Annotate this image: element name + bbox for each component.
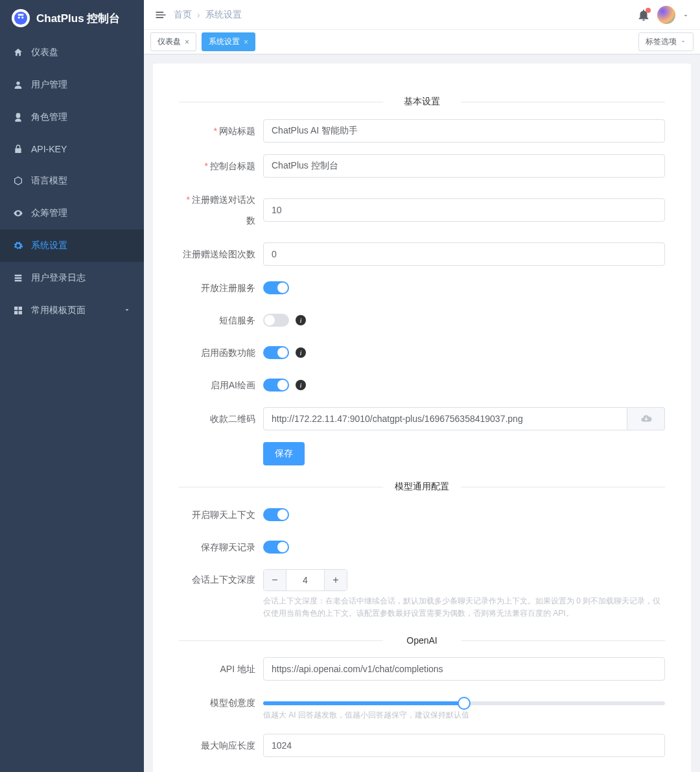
label-enable-func: 启用函数功能 [179,342,263,363]
openai-temperature-slider[interactable] [263,701,665,705]
hamburger-icon[interactable] [154,8,167,21]
sidebar-item-label: 用户登录日志 [31,272,86,284]
console-title-input[interactable] [263,154,665,178]
brand: ChatPlus 控制台 [0,0,144,36]
brand-logo-icon [12,9,30,27]
gear-icon [13,240,23,251]
cloud-upload-icon [640,413,652,425]
log-icon [13,273,23,283]
svg-point-1 [18,16,20,18]
breadcrumb: 首页 › 系统设置 [174,9,242,21]
tab-dashboard[interactable]: 仪表盘 × [150,32,196,51]
sidebar-menu: 仪表盘 用户管理 角色管理 API-KEY 语言模型 众筹管理 [0,36,144,327]
save-button[interactable]: 保存 [263,442,305,465]
label-console-title: *控制台标题 [179,156,263,176]
label-context-depth: 会话上下文深度 [179,569,263,590]
context-depth-stepper[interactable]: − + [263,569,347,591]
section-openai: OpenAI API 地址 模型创意度 值越大 AI 回答越发散，值越小回 [179,635,665,756]
label-enable-ai-draw: 启用AI绘画 [179,375,263,395]
chat-context-switch[interactable] [263,508,289,521]
close-icon[interactable]: × [185,38,189,47]
sidebar-item-dashboard[interactable]: 仪表盘 [0,36,144,69]
reg-draw-count-input[interactable] [263,242,665,266]
tab-system-settings[interactable]: 系统设置 × [202,32,255,51]
label-reg-draw-count: 注册赠送绘图次数 [179,244,263,264]
sidebar-item-system-settings[interactable]: 系统设置 [0,229,144,262]
settings-panel: 基本设置 *网站标题 *控制台标题 *注册赠送对话次数 注册赠送 [153,64,691,772]
svg-point-2 [21,16,23,18]
openai-max-input[interactable] [263,734,665,757]
sidebar-item-label: 语言模型 [31,175,67,187]
info-icon[interactable]: i [296,380,306,390]
sidebar-item-funding[interactable]: 众筹管理 [0,197,144,229]
tab-options-label: 标签选项 [646,36,677,47]
open-reg-switch[interactable] [263,281,289,294]
user-avatar[interactable] [657,6,675,24]
tab-options-dropdown[interactable]: 标签选项 [638,32,694,51]
close-icon[interactable]: × [244,38,248,47]
sidebar-item-label: API-KEY [31,144,67,154]
breadcrumb-home[interactable]: 首页 [174,9,192,21]
info-icon[interactable]: i [296,347,306,358]
topbar: 首页 › 系统设置 [144,0,700,30]
label-reg-chat-count: *注册赠送对话次数 [179,189,263,231]
label-openai-api: API 地址 [179,659,263,679]
notifications-button[interactable] [636,8,651,22]
sidebar-item-models[interactable]: 语言模型 [0,165,144,197]
openai-api-input[interactable] [263,657,665,681]
section-title: 基本设置 [179,96,665,108]
sidebar-item-users[interactable]: 用户管理 [0,69,144,101]
svg-point-4 [16,82,19,85]
section-basic: 基本设置 *网站标题 *控制台标题 *注册赠送对话次数 注册赠送 [179,96,665,465]
upload-button[interactable] [627,407,665,430]
content-scroll[interactable]: 基本设置 *网站标题 *控制台标题 *注册赠送对话次数 注册赠送 [144,54,700,772]
label-site-title: *网站标题 [179,121,263,141]
section-title: 模型通用配置 [179,481,665,493]
label-openai-max: 最大响应长度 [179,735,263,756]
reg-chat-count-input[interactable] [263,198,665,222]
user-icon [13,80,23,90]
label-openai-temperature: 模型创意度 [179,692,263,713]
sidebar: ChatPlus 控制台 仪表盘 用户管理 角色管理 API-KEY 语言模型 [0,0,144,772]
sidebar-item-login-log[interactable]: 用户登录日志 [0,262,144,294]
sidebar-item-roles[interactable]: 角色管理 [0,101,144,134]
context-depth-input[interactable] [286,570,325,591]
notification-dot-icon [646,8,651,13]
home-icon [13,47,23,58]
label-sms: 短信服务 [179,310,263,331]
sidebar-item-label: 角色管理 [31,111,67,123]
enable-ai-draw-switch[interactable] [263,379,289,392]
breadcrumb-current: 系统设置 [205,9,242,21]
sidebar-item-label: 仪表盘 [31,47,58,58]
label-open-reg: 开放注册服务 [179,277,263,298]
chevron-down-icon[interactable] [682,11,690,19]
site-title-input[interactable] [263,119,665,143]
stepper-minus-button[interactable]: − [264,570,286,591]
stepper-plus-button[interactable]: + [325,570,347,591]
slider-thumb[interactable] [458,697,471,710]
sidebar-item-label: 常用模板页面 [31,305,86,316]
enable-func-switch[interactable] [263,346,289,359]
label-chat-context: 开启聊天上下文 [179,504,263,525]
svg-rect-3 [18,14,23,16]
label-pay-qr: 收款二维码 [179,408,263,429]
cube-icon [13,176,23,186]
tab-label: 仪表盘 [158,36,181,47]
brand-title: ChatPlus 控制台 [36,11,120,26]
sidebar-item-label: 用户管理 [31,79,67,91]
context-depth-hint: 会话上下文深度：在老会话中继续会话，默认加载多少条聊天记录作为上下文。如果设置为… [263,595,665,620]
tabs-bar: 仪表盘 × 系统设置 × 标签选项 [144,30,700,54]
main: 首页 › 系统设置 仪表盘 × 系统设置 × 标签选项 [144,0,700,772]
chevron-right-icon: › [197,10,200,20]
chevron-down-icon [680,38,686,47]
openai-temperature-hint: 值越大 AI 回答越发散，值越小回答越保守，建议保持默认值 [263,709,665,721]
sidebar-item-templates[interactable]: 常用模板页面 [0,294,144,327]
sms-switch[interactable] [263,314,289,327]
pay-qr-input[interactable] [263,407,627,430]
info-icon[interactable]: i [296,315,306,325]
sidebar-item-label: 系统设置 [31,240,67,251]
eye-icon [13,208,23,218]
save-chat-switch[interactable] [263,541,289,554]
sidebar-item-apikey[interactable]: API-KEY [0,134,144,165]
sidebar-item-label: 众筹管理 [31,207,67,219]
